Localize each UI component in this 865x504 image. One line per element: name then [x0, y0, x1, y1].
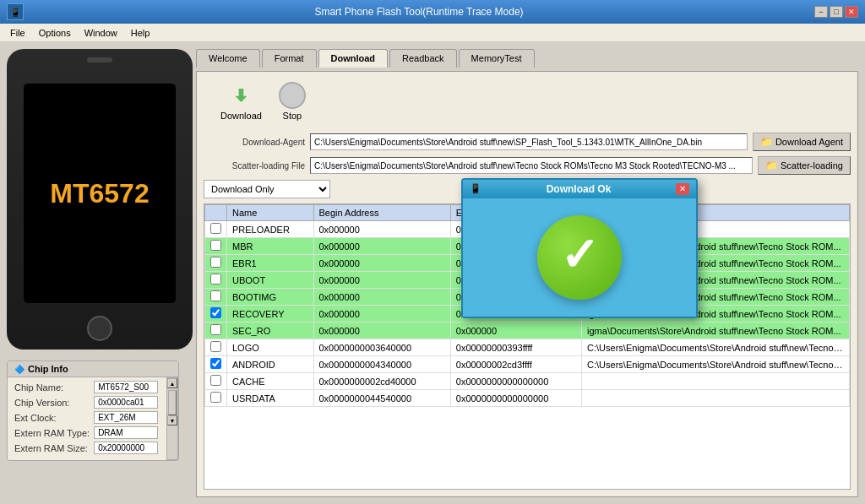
cell-name: CACHE	[227, 373, 314, 390]
phone-model-text: MT6572	[50, 178, 149, 209]
tab-download[interactable]: Download	[318, 49, 389, 68]
row-checkbox-cache[interactable]	[210, 375, 221, 386]
chip-scrollbar[interactable]: ▲ ▼	[166, 377, 178, 460]
menu-help[interactable]: Help	[124, 26, 157, 40]
cell-size: 0x00000000393ffff	[450, 339, 581, 356]
menu-window[interactable]: Window	[78, 26, 124, 40]
cell-name: RECOVERY	[227, 306, 314, 322]
agent-input[interactable]	[310, 133, 748, 150]
row-checkbox-android[interactable]	[210, 358, 221, 369]
cell-name: USRDATA	[227, 390, 314, 407]
cell-name: MBR	[227, 238, 314, 255]
tab-bar: Welcome Format Download Readback MemoryT…	[196, 49, 858, 68]
chip-info-scroll-area: Chip Name: MT6572_S00 Chip Version: 0x00…	[8, 377, 178, 460]
cell-size: 0x0000000000000000	[450, 373, 581, 390]
scatter-input[interactable]	[310, 157, 753, 174]
cell-location	[582, 390, 850, 407]
cell-name: PRELOADER	[227, 221, 314, 238]
tab-readback[interactable]: Readback	[389, 49, 457, 68]
scroll-thumb[interactable]	[168, 390, 177, 415]
download-label: Download	[220, 111, 262, 121]
row-checkbox-logo[interactable]	[210, 341, 221, 352]
agent-browse-button[interactable]: 📁 Download Agent	[753, 133, 851, 151]
chip-value-clock: EXT_26M	[94, 411, 158, 424]
phone-screen: MT6572	[24, 84, 176, 303]
table-row: SEC_RO0x0000000x000000igma\Documents\Sto…	[205, 322, 850, 339]
menu-options[interactable]: Options	[32, 26, 78, 40]
chip-info-header: 🔷 Chip Info	[8, 361, 178, 377]
modal-close-button[interactable]: ✕	[676, 183, 689, 195]
app-icon: 📱	[7, 3, 24, 20]
row-checkbox-mbr[interactable]	[210, 240, 221, 251]
chip-info-icon: 🔷	[14, 365, 24, 374]
table-row: USRDATA0x00000000445400000x0000000000000…	[205, 390, 850, 407]
col-header-begin: Begin Address	[313, 205, 450, 221]
modal-header: 📱 Download Ok ✕	[463, 180, 696, 198]
main-layout: MT6572 🔷 Chip Info Chip Name: MT6572_S00…	[0, 42, 865, 504]
scatter-browse-button[interactable]: 📁 Scatter-loading	[758, 156, 851, 175]
cell-begin: 0x0000000044540000	[313, 390, 450, 407]
chip-label-ram-type: Extern RAM Type:	[14, 428, 94, 438]
row-checkbox-sec_ro[interactable]	[210, 324, 221, 335]
cell-name: ANDROID	[227, 356, 314, 373]
chip-value-version: 0x0000ca01	[94, 396, 158, 409]
tab-memorytest[interactable]: MemoryTest	[459, 49, 535, 68]
stop-button[interactable]: Stop	[279, 82, 306, 121]
stop-icon	[279, 82, 306, 109]
download-ok-modal: 📱 Download Ok ✕ ✓	[461, 178, 698, 318]
scatter-btn-label: Scatter-loading	[781, 160, 843, 171]
row-checkbox-preloader[interactable]	[210, 223, 221, 234]
chip-info-title: Chip Info	[28, 364, 68, 374]
checkmark-icon: ✓	[560, 232, 599, 279]
folder-icon: 📁	[760, 136, 773, 148]
chip-info-panel: 🔷 Chip Info Chip Name: MT6572_S00 Chip V…	[7, 360, 179, 461]
phone-home-button	[87, 316, 112, 341]
tab-format[interactable]: Format	[262, 49, 317, 68]
modal-body: ✓	[463, 198, 696, 317]
download-toolbar: Download Stop	[204, 79, 851, 127]
row-checkbox-uboot[interactable]	[210, 274, 221, 285]
scroll-up-btn[interactable]: ▲	[167, 378, 177, 388]
scroll-down-btn[interactable]: ▼	[167, 415, 177, 425]
chip-row-version: Chip Version: 0x0000ca01	[14, 396, 158, 409]
chip-label-version: Chip Version:	[14, 398, 94, 408]
cell-begin: 0x000000	[313, 322, 450, 339]
window-title: Smart Phone Flash Tool(Runtime Trace Mod…	[24, 6, 814, 18]
table-row: LOGO0x00000000036400000x00000000393ffffC…	[205, 339, 850, 356]
chip-row-ram-size: Extern RAM Size: 0x20000000	[14, 442, 158, 454]
success-icon-circle: ✓	[537, 215, 622, 300]
row-checkbox-recovery[interactable]	[210, 307, 221, 318]
chip-label-clock: Ext Clock:	[14, 413, 94, 423]
row-checkbox-usrdata[interactable]	[210, 392, 221, 403]
cell-name: UBOOT	[227, 272, 314, 289]
modal-title: Download Ok	[481, 183, 676, 195]
table-row: CACHE0x0000000002cd400000x00000000000000…	[205, 373, 850, 390]
download-button[interactable]: Download	[220, 82, 262, 121]
cell-name: LOGO	[227, 339, 314, 356]
chip-row-ram-type: Extern RAM Type: DRAM	[14, 426, 158, 439]
download-mode-select[interactable]: Download Only Firmware Upgrade Format Al…	[204, 180, 330, 198]
agent-label: Download-Agent	[204, 138, 305, 147]
chip-row-clock: Ext Clock: EXT_26M	[14, 411, 158, 424]
cell-begin: 0x000000	[313, 306, 450, 322]
row-checkbox-bootimg[interactable]	[210, 290, 221, 301]
download-icon	[227, 82, 254, 109]
tab-welcome[interactable]: Welcome	[196, 49, 260, 68]
window-controls: − □ ✕	[814, 6, 858, 18]
cell-location	[582, 373, 850, 390]
minimize-button[interactable]: −	[814, 6, 828, 18]
chip-value-name: MT6572_S00	[94, 381, 158, 393]
cell-begin: 0x000000	[313, 255, 450, 272]
col-header-name: Name	[227, 205, 314, 221]
close-button[interactable]: ✕	[845, 6, 858, 18]
maximize-button[interactable]: □	[830, 6, 843, 18]
chip-value-ram-type: DRAM	[94, 426, 158, 439]
cell-name: BOOTIMG	[227, 289, 314, 306]
cell-begin: 0x000000	[313, 289, 450, 306]
cell-size: 0x0000000000000000	[450, 390, 581, 407]
row-checkbox-ebr1[interactable]	[210, 257, 221, 268]
cell-begin: 0x000000	[313, 238, 450, 255]
menu-file[interactable]: File	[3, 26, 32, 40]
title-bar: 📱 Smart Phone Flash Tool(Runtime Trace M…	[0, 0, 865, 24]
cell-size: 0x000000	[450, 322, 581, 339]
